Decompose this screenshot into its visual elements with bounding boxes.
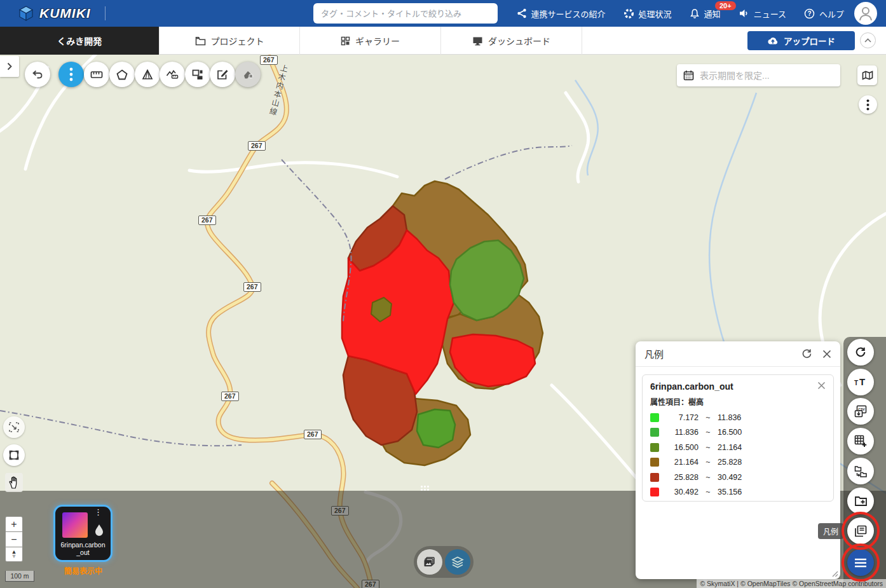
- date-filter-input[interactable]: [700, 71, 827, 81]
- layout-tool-button[interactable]: [185, 62, 210, 87]
- map-scale-bar: 100 m: [5, 571, 34, 582]
- forest-parcels[interactable]: [342, 181, 543, 465]
- vertical-dots-icon: [69, 67, 73, 81]
- menu-button[interactable]: [847, 549, 874, 576]
- calendar-icon: [683, 70, 694, 81]
- road-shield: 267: [243, 282, 261, 292]
- eraser-tool-button-disabled: [235, 62, 261, 87]
- legend-class-row: 7.172~11.836: [650, 413, 826, 422]
- svg-text:T: T: [859, 377, 865, 387]
- tab-label: ダッシュボード: [488, 34, 550, 47]
- refresh-icon[interactable]: [801, 348, 812, 359]
- brand-name: KUMIKI: [39, 6, 91, 21]
- search-input[interactable]: [313, 3, 498, 24]
- add-table-button[interactable]: [847, 428, 874, 455]
- map-icon: [862, 71, 873, 80]
- legend-class-row: 25.828~30.492: [650, 473, 826, 482]
- nav-notifications[interactable]: 通知 20+: [690, 8, 721, 20]
- svg-text:?: ?: [807, 10, 811, 17]
- chevron-right-icon: [7, 62, 12, 71]
- road-shield: 267: [304, 430, 322, 439]
- user-avatar[interactable]: [854, 2, 877, 25]
- svg-text:T: T: [854, 379, 858, 386]
- folder-icon: [195, 36, 206, 46]
- layer-name: 6rinpan.carbon_out: [55, 541, 111, 556]
- legend-attribute-label: 属性項目：樹高: [650, 396, 826, 407]
- label-size-button[interactable]: TT: [847, 369, 874, 395]
- legend-toggle-button[interactable]: [847, 517, 874, 544]
- undo-tool-button[interactable]: [25, 62, 50, 87]
- notification-count-badge: 20+: [715, 1, 736, 10]
- text-size-icon: TT: [854, 377, 868, 387]
- tab-project[interactable]: プロジェクト: [159, 27, 299, 55]
- close-icon[interactable]: [817, 381, 826, 390]
- map-more-options-button[interactable]: [859, 95, 877, 114]
- nav-label: ヘルプ: [819, 8, 844, 20]
- bottom-view-switcher: [414, 546, 474, 578]
- collapse-tabbar-button[interactable]: [860, 32, 876, 48]
- basemap-style-button[interactable]: [857, 65, 877, 85]
- polygon-tool-button[interactable]: [109, 62, 135, 87]
- nav-news[interactable]: ニュース: [739, 8, 786, 20]
- compass-tilt-button[interactable]: ▲▼: [5, 547, 23, 562]
- help-icon: ?: [804, 8, 815, 19]
- refresh-icon: [855, 346, 866, 358]
- fit-extent-button[interactable]: [3, 416, 25, 438]
- layers-view-button[interactable]: [445, 549, 470, 575]
- road-shield: 267: [221, 392, 239, 401]
- pentagon-icon: [116, 69, 128, 80]
- opacity-droplet-icon[interactable]: [93, 523, 105, 537]
- legend-panel: 凡例 6rinpan.carbon_out 属性項目：樹高 7.172~11.8…: [636, 341, 840, 579]
- date-range-filter[interactable]: [677, 64, 840, 86]
- zoom-out-button[interactable]: −: [5, 531, 23, 547]
- legend-class-row: 16.500~21.164: [650, 443, 826, 452]
- upload-button[interactable]: アップロード: [747, 31, 855, 50]
- layer-menu-dots-icon[interactable]: ⋮: [94, 510, 102, 514]
- volume-tool-button[interactable]: [135, 62, 160, 87]
- road-shield: 267: [260, 55, 278, 65]
- tool-menu-button-active[interactable]: [58, 62, 84, 87]
- tab-label: ギャラリー: [355, 34, 400, 47]
- ruler-icon: [90, 71, 103, 79]
- person-icon: [856, 4, 875, 23]
- legend-class-row: 30.492~35.156: [650, 488, 826, 496]
- nav-help[interactable]: ? ヘルプ: [804, 8, 844, 20]
- tab-workspace-active[interactable]: くみき開発: [0, 27, 159, 55]
- screenshot-frame-button[interactable]: [3, 444, 25, 466]
- tab-label: くみき開発: [57, 34, 102, 47]
- add-folder-button[interactable]: [847, 488, 874, 514]
- layer-thumbnail[interactable]: [62, 512, 88, 538]
- legend-layer-name: 6rinpan.carbon_out: [650, 381, 826, 392]
- share-icon: [517, 8, 527, 18]
- measure-distance-tool-button[interactable]: [84, 62, 109, 87]
- legend-class-row: 21.164~25.828: [650, 458, 826, 467]
- nav-processing-status[interactable]: 処理状況: [624, 8, 672, 20]
- parcel-green-bottom[interactable]: [417, 409, 455, 448]
- layer-card[interactable]: ⋮ 6rinpan.carbon_out: [53, 505, 112, 562]
- nav-label: ニュース: [754, 8, 786, 20]
- zoom-in-button[interactable]: +: [5, 516, 23, 531]
- cloud-upload-icon: [767, 36, 779, 45]
- image-view-button[interactable]: [417, 549, 442, 575]
- close-icon[interactable]: [822, 350, 831, 359]
- kumiki-logo-icon: [18, 5, 34, 22]
- resize-handle[interactable]: [831, 570, 838, 577]
- nav-services[interactable]: 連携サービスの紹介: [517, 8, 606, 20]
- chevron-up-icon: [864, 38, 871, 43]
- edit-tool-button[interactable]: [210, 62, 235, 87]
- tab-dashboard[interactable]: ダッシュボード: [440, 27, 582, 55]
- hand-cursor-icon: [8, 475, 20, 489]
- move-folder-button[interactable]: [847, 458, 874, 484]
- terrain-measure-tool-button[interactable]: [160, 62, 185, 87]
- layer-status-label: 簡易表示中: [46, 565, 121, 576]
- legend-tooltip: 凡例: [818, 523, 843, 539]
- csv-download-button[interactable]: CSV: [847, 398, 874, 425]
- photos-stack-icon: [423, 556, 436, 568]
- drawer-drag-handle[interactable]: [421, 486, 430, 492]
- tab-gallery[interactable]: ギャラリー: [299, 27, 440, 55]
- legend-class-row: 11.836~16.500: [650, 428, 826, 437]
- reload-layers-button[interactable]: [847, 339, 874, 366]
- table-plus-icon: [854, 435, 867, 448]
- upload-label: アップロード: [784, 34, 835, 47]
- sidebar-expand-button[interactable]: [0, 56, 19, 77]
